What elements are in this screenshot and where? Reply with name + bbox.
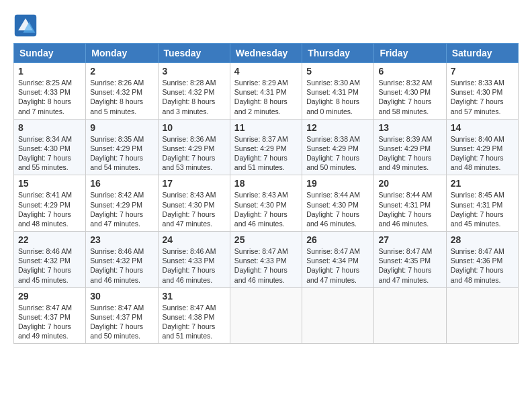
calendar-day-cell: 12 Sunrise: 8:38 AMSunset: 4:29 PMDaylig… [302, 119, 374, 175]
calendar-day-cell: 24 Sunrise: 8:46 AMSunset: 4:33 PMDaylig… [158, 232, 230, 288]
day-detail: Sunrise: 8:44 AMSunset: 4:30 PMDaylight:… [306, 191, 360, 228]
day-detail: Sunrise: 8:41 AMSunset: 4:29 PMDaylight:… [18, 191, 72, 228]
calendar-day-cell [230, 287, 302, 344]
day-number: 21 [451, 178, 514, 189]
day-detail: Sunrise: 8:47 AMSunset: 4:36 PMDaylight:… [451, 247, 504, 284]
day-detail: Sunrise: 8:47 AMSunset: 4:35 PMDaylight:… [378, 247, 432, 284]
calendar-day-cell: 20 Sunrise: 8:44 AMSunset: 4:31 PMDaylig… [374, 175, 446, 232]
day-number: 20 [378, 178, 441, 189]
calendar-day-cell: 7 Sunrise: 8:33 AMSunset: 4:30 PMDayligh… [446, 63, 518, 120]
day-detail: Sunrise: 8:38 AMSunset: 4:29 PMDaylight:… [306, 135, 360, 172]
day-number: 28 [451, 234, 514, 245]
day-detail: Sunrise: 8:34 AMSunset: 4:30 PMDaylight:… [18, 135, 72, 172]
calendar-week-row: 22 Sunrise: 8:46 AMSunset: 4:32 PMDaylig… [14, 232, 519, 288]
calendar-day-cell: 23 Sunrise: 8:46 AMSunset: 4:32 PMDaylig… [86, 232, 158, 288]
day-detail: Sunrise: 8:47 AMSunset: 4:33 PMDaylight:… [234, 247, 288, 284]
day-detail: Sunrise: 8:47 AMSunset: 4:37 PMDaylight:… [18, 304, 72, 340]
calendar-day-cell: 26 Sunrise: 8:47 AMSunset: 4:34 PMDaylig… [302, 232, 374, 288]
day-number: 4 [234, 66, 298, 77]
calendar-day-cell: 25 Sunrise: 8:47 AMSunset: 4:33 PMDaylig… [230, 232, 302, 288]
page-header [13, 13, 519, 38]
day-number: 11 [234, 122, 298, 133]
day-number: 15 [18, 178, 81, 189]
day-number: 12 [306, 122, 369, 133]
day-detail: Sunrise: 8:43 AMSunset: 4:30 PMDaylight:… [163, 191, 216, 228]
day-number: 16 [90, 178, 153, 189]
day-detail: Sunrise: 8:29 AMSunset: 4:31 PMDaylight:… [234, 79, 288, 116]
day-detail: Sunrise: 8:46 AMSunset: 4:32 PMDaylight:… [90, 247, 144, 284]
calendar-day-cell: 9 Sunrise: 8:35 AMSunset: 4:29 PMDayligh… [86, 119, 158, 175]
calendar-week-row: 8 Sunrise: 8:34 AMSunset: 4:30 PMDayligh… [14, 119, 519, 175]
calendar-day-cell: 10 Sunrise: 8:36 AMSunset: 4:29 PMDaylig… [158, 119, 230, 175]
weekday-header-cell: Wednesday [230, 44, 302, 63]
day-number: 3 [163, 66, 226, 77]
day-number: 23 [90, 234, 153, 245]
day-number: 13 [378, 122, 441, 133]
day-detail: Sunrise: 8:36 AMSunset: 4:29 PMDaylight:… [163, 135, 216, 172]
calendar-body: 1 Sunrise: 8:25 AMSunset: 4:33 PMDayligh… [14, 63, 519, 344]
day-number: 31 [163, 291, 226, 302]
day-detail: Sunrise: 8:32 AMSunset: 4:30 PMDaylight:… [378, 79, 432, 116]
weekday-header-cell: Thursday [302, 44, 374, 63]
weekday-header-row: SundayMondayTuesdayWednesdayThursdayFrid… [14, 44, 519, 63]
calendar-day-cell: 27 Sunrise: 8:47 AMSunset: 4:35 PMDaylig… [374, 232, 446, 288]
day-detail: Sunrise: 8:30 AMSunset: 4:31 PMDaylight:… [306, 79, 360, 116]
day-number: 5 [306, 66, 369, 77]
calendar-day-cell: 31 Sunrise: 8:47 AMSunset: 4:38 PMDaylig… [158, 287, 230, 344]
weekday-header-cell: Sunday [14, 44, 86, 63]
calendar-day-cell: 16 Sunrise: 8:42 AMSunset: 4:29 PMDaylig… [86, 175, 158, 232]
day-detail: Sunrise: 8:39 AMSunset: 4:29 PMDaylight:… [378, 135, 432, 172]
calendar-day-cell: 13 Sunrise: 8:39 AMSunset: 4:29 PMDaylig… [374, 119, 446, 175]
day-number: 29 [18, 291, 81, 302]
calendar-day-cell: 19 Sunrise: 8:44 AMSunset: 4:30 PMDaylig… [302, 175, 374, 232]
day-number: 24 [163, 234, 226, 245]
day-number: 1 [18, 66, 81, 77]
logo-icon [13, 13, 38, 38]
day-detail: Sunrise: 8:43 AMSunset: 4:30 PMDaylight:… [234, 191, 288, 228]
calendar-day-cell: 14 Sunrise: 8:40 AMSunset: 4:29 PMDaylig… [446, 119, 518, 175]
calendar-week-row: 29 Sunrise: 8:47 AMSunset: 4:37 PMDaylig… [14, 287, 519, 344]
calendar-day-cell: 17 Sunrise: 8:43 AMSunset: 4:30 PMDaylig… [158, 175, 230, 232]
day-number: 22 [18, 234, 81, 245]
calendar-day-cell: 21 Sunrise: 8:45 AMSunset: 4:31 PMDaylig… [446, 175, 518, 232]
calendar-day-cell: 22 Sunrise: 8:46 AMSunset: 4:32 PMDaylig… [14, 232, 86, 288]
calendar-day-cell: 15 Sunrise: 8:41 AMSunset: 4:29 PMDaylig… [14, 175, 86, 232]
day-number: 19 [306, 178, 369, 189]
day-number: 6 [378, 66, 441, 77]
weekday-header-cell: Friday [374, 44, 446, 63]
day-number: 14 [451, 122, 514, 133]
calendar-table: SundayMondayTuesdayWednesdayThursdayFrid… [13, 43, 519, 344]
calendar-day-cell: 18 Sunrise: 8:43 AMSunset: 4:30 PMDaylig… [230, 175, 302, 232]
day-number: 25 [234, 234, 298, 245]
calendar-day-cell: 6 Sunrise: 8:32 AMSunset: 4:30 PMDayligh… [374, 63, 446, 120]
day-number: 26 [306, 234, 369, 245]
calendar-day-cell: 1 Sunrise: 8:25 AMSunset: 4:33 PMDayligh… [14, 63, 86, 120]
day-detail: Sunrise: 8:26 AMSunset: 4:32 PMDaylight:… [90, 79, 144, 116]
weekday-header-cell: Tuesday [158, 44, 230, 63]
day-number: 7 [451, 66, 514, 77]
day-detail: Sunrise: 8:47 AMSunset: 4:38 PMDaylight:… [163, 304, 216, 340]
day-number: 2 [90, 66, 153, 77]
weekday-header-cell: Monday [86, 44, 158, 63]
calendar-day-cell: 3 Sunrise: 8:28 AMSunset: 4:32 PMDayligh… [158, 63, 230, 120]
logo [13, 13, 42, 38]
day-number: 8 [18, 122, 81, 133]
day-detail: Sunrise: 8:25 AMSunset: 4:33 PMDaylight:… [18, 79, 72, 116]
calendar-day-cell: 2 Sunrise: 8:26 AMSunset: 4:32 PMDayligh… [86, 63, 158, 120]
day-number: 10 [163, 122, 226, 133]
day-detail: Sunrise: 8:45 AMSunset: 4:31 PMDaylight:… [451, 191, 504, 228]
calendar-day-cell: 8 Sunrise: 8:34 AMSunset: 4:30 PMDayligh… [14, 119, 86, 175]
calendar-day-cell: 4 Sunrise: 8:29 AMSunset: 4:31 PMDayligh… [230, 63, 302, 120]
day-detail: Sunrise: 8:47 AMSunset: 4:34 PMDaylight:… [306, 247, 360, 284]
calendar-week-row: 15 Sunrise: 8:41 AMSunset: 4:29 PMDaylig… [14, 175, 519, 232]
day-detail: Sunrise: 8:28 AMSunset: 4:32 PMDaylight:… [163, 79, 216, 116]
day-detail: Sunrise: 8:35 AMSunset: 4:29 PMDaylight:… [90, 135, 144, 172]
day-number: 30 [90, 291, 153, 302]
calendar-day-cell: 5 Sunrise: 8:30 AMSunset: 4:31 PMDayligh… [302, 63, 374, 120]
calendar-day-cell: 30 Sunrise: 8:47 AMSunset: 4:37 PMDaylig… [86, 287, 158, 344]
day-detail: Sunrise: 8:44 AMSunset: 4:31 PMDaylight:… [378, 191, 432, 228]
day-number: 27 [378, 234, 441, 245]
day-detail: Sunrise: 8:46 AMSunset: 4:33 PMDaylight:… [163, 247, 216, 284]
day-detail: Sunrise: 8:42 AMSunset: 4:29 PMDaylight:… [90, 191, 144, 228]
day-detail: Sunrise: 8:33 AMSunset: 4:30 PMDaylight:… [451, 79, 504, 116]
